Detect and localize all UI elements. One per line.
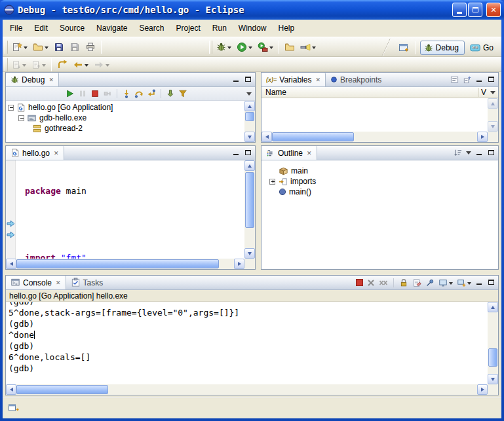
open-file-button[interactable] [31,39,50,55]
tab-console[interactable]: Console ✕ [6,276,66,289]
display-console-button[interactable] [438,276,454,289]
code-line[interactable]: package main [25,185,244,196]
close-button[interactable]: ✕ [486,3,501,17]
scrollbar-thumb[interactable] [16,385,108,394]
outline-item-imports[interactable]: imports [262,176,498,187]
menu-navigate[interactable]: Navigate [90,21,133,35]
toolbar-handle[interactable] [5,58,8,71]
instruction-pointer-icon[interactable] [7,219,15,228]
debug-tree[interactable]: hello.go [Go Application] gdb-hello.exe … [6,101,244,142]
tab-breakpoints[interactable]: Breakpoints [326,73,386,86]
terminate-button[interactable] [90,88,100,100]
scroll-left-icon[interactable] [262,132,272,142]
menu-file[interactable]: File [4,21,28,35]
remove-all-launches-button[interactable] [378,276,389,289]
outline-tree[interactable]: main imports main() [262,160,498,269]
variables-horizontal-scrollbar[interactable] [262,132,498,142]
print-button[interactable] [83,39,98,55]
step-return-button[interactable] [146,88,157,100]
save-all-button[interactable] [68,39,82,55]
menu-help[interactable]: Help [273,21,301,35]
clear-console-button[interactable] [412,276,422,289]
console-line[interactable]: 6^done,locals=[] [9,352,488,363]
scrollbar-thumb[interactable] [245,172,254,228]
minimize-view-icon[interactable] [475,75,484,84]
scroll-lock-button[interactable] [398,276,409,289]
scroll-right-icon[interactable] [477,132,488,142]
expand-expander-icon[interactable] [269,179,275,185]
scroll-up-icon[interactable] [244,160,255,171]
open-console-button[interactable] [456,276,472,289]
title-bar[interactable]: Debug - testGo/src/cmd/hello.go - Eclips… [0,0,504,20]
new-wizard-button[interactable] [10,39,29,55]
pin-console-button[interactable] [425,276,435,289]
scroll-right-icon[interactable] [234,259,244,269]
sort-button[interactable] [453,147,463,159]
scroll-down-icon[interactable] [488,374,498,384]
code-area[interactable]: package main import "fmt" func main() { … [16,160,244,259]
variables-table-body[interactable] [262,98,488,132]
instruction-pointer-icon[interactable] [7,230,15,239]
minimize-view-icon[interactable] [231,75,241,84]
scrollbar-thumb[interactable] [488,348,497,367]
minimize-view-icon[interactable] [475,149,484,157]
save-button[interactable] [52,39,66,55]
maximize-button[interactable] [468,3,482,17]
next-annotation-button[interactable] [10,58,28,71]
use-step-filters-button[interactable] [178,88,188,100]
resume-button[interactable] [65,88,75,100]
terminate-process-button[interactable] [355,276,364,289]
scrollbar-thumb[interactable] [16,259,219,268]
scrollbar-thumb[interactable] [245,112,254,121]
menu-search[interactable]: Search [133,21,170,35]
back-button[interactable] [71,58,90,71]
menu-window[interactable]: Window [233,21,273,35]
tab-tasks[interactable]: Tasks [66,276,108,289]
close-tab-icon[interactable]: ✕ [56,280,61,286]
console-line[interactable]: (gdb) [9,340,488,352]
close-tab-icon[interactable]: ✕ [48,77,54,83]
tree-item-process[interactable]: gdb-hello.exe [6,113,244,123]
collapse-expander-icon[interactable] [8,105,14,111]
outline-item-function[interactable]: main() [262,187,498,197]
console-output[interactable]: (gdb) 5^done,stack-args=[frame={level="0… [6,302,488,384]
console-line[interactable]: (gdb) [9,302,488,307]
code-line[interactable] [25,219,244,230]
collapse-all-button[interactable] [462,73,472,86]
scroll-left-icon[interactable] [6,259,16,269]
editor-horizontal-scrollbar[interactable] [6,259,255,269]
view-menu-chevron-icon[interactable] [488,86,498,99]
view-menu-chevron-icon[interactable] [246,88,252,100]
scrollbar-track[interactable] [272,132,477,142]
view-menu-chevron-icon[interactable] [465,147,472,159]
previous-annotation-button[interactable] [29,58,48,71]
tab-debug[interactable]: Debug ✕ [6,73,59,86]
open-perspective-button[interactable] [397,40,411,56]
scrollbar-track[interactable] [16,384,477,395]
fast-view-button[interactable] [7,401,20,414]
minimize-view-icon[interactable] [475,278,484,287]
column-name[interactable]: Name [262,88,479,97]
perspective-debug-button[interactable]: Debug [420,41,465,55]
maximize-view-icon[interactable] [243,149,252,157]
console-line[interactable]: ^done [9,329,488,340]
close-tab-icon[interactable]: ✕ [307,150,312,156]
tab-variables[interactable]: (x)= Variables ✕ [262,73,326,86]
step-over-button[interactable] [134,88,144,100]
menu-project[interactable]: Project [170,21,206,35]
minimize-button[interactable] [452,3,467,17]
drop-to-frame-button[interactable] [165,88,176,100]
perspective-go-button[interactable]: Go [466,40,499,56]
console-line[interactable]: 5^done,stack-args=[frame={level="0",args… [9,307,488,318]
variables-vertical-scrollbar[interactable] [488,98,498,132]
editor-ruler[interactable] [6,160,16,259]
code-line[interactable]: import "fmt" [25,252,244,259]
scroll-down-icon[interactable] [244,248,255,259]
scroll-up-icon[interactable] [488,302,498,312]
maximize-view-icon[interactable] [486,149,495,157]
scroll-down-icon[interactable] [488,121,498,132]
console-vertical-scrollbar[interactable] [488,302,498,384]
toolbar-handle[interactable] [5,41,8,54]
debug-launch-button[interactable] [214,39,233,55]
console-line[interactable]: (gdb) [9,363,488,374]
